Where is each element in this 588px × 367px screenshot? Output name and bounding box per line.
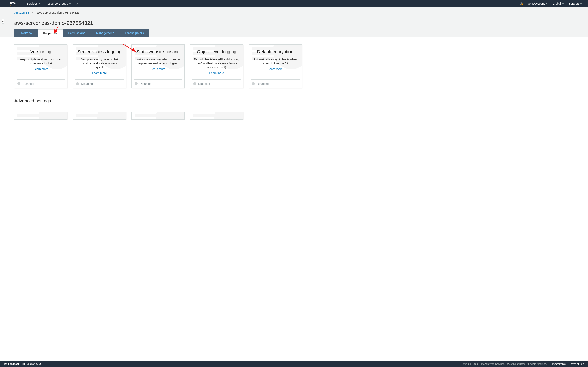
tile-title: Object-level logging xyxy=(194,49,239,54)
section-divider xyxy=(14,105,574,105)
learn-more-link[interactable]: Learn more xyxy=(92,71,107,75)
tile-description: Automatically encrypt objects when store… xyxy=(252,57,298,65)
notification-dot-icon xyxy=(521,3,523,5)
side-panel-expand[interactable]: ▶ xyxy=(2,19,4,24)
top-nav: aws Services Resource Groups demoaccount… xyxy=(0,0,588,7)
tile-object-level-logging[interactable]: Object-level logging Record object-level… xyxy=(190,44,243,88)
status-text: Disabled xyxy=(22,82,34,85)
tile-title: Versioning xyxy=(18,49,63,54)
tile-description: Set up access log records that provide d… xyxy=(77,57,122,69)
resource-groups-menu[interactable]: Resource Groups xyxy=(43,0,73,7)
aws-smile-icon xyxy=(10,5,18,7)
status-indicator-icon xyxy=(135,82,138,85)
tab-properties[interactable]: Properties xyxy=(38,29,63,37)
chevron-down-icon xyxy=(546,3,548,4)
tile-versioning[interactable]: Versioning Keep multiple versions of an … xyxy=(14,44,67,88)
feedback-button[interactable]: Feedback xyxy=(4,363,19,365)
language-selector[interactable]: English (US) xyxy=(22,363,41,365)
status-text: Disabled xyxy=(198,82,210,85)
advanced-tiles xyxy=(14,111,574,120)
account-label: demoaccount xyxy=(527,2,545,5)
status-indicator-icon xyxy=(252,82,255,85)
privacy-policy-link[interactable]: Privacy Policy xyxy=(551,363,566,365)
tile-server-access-logging[interactable]: Server access logging Set up access log … xyxy=(73,44,126,88)
terms-of-use-link[interactable]: Terms of Use xyxy=(570,363,584,365)
status-indicator-icon xyxy=(76,82,79,85)
chevron-down-icon xyxy=(562,3,564,4)
learn-more-link[interactable]: Learn more xyxy=(34,67,48,71)
aws-logo[interactable]: aws xyxy=(10,1,18,7)
support-label: Support xyxy=(569,2,579,5)
page-header: Amazon S3 〉 aws-serverless-demo-98765432… xyxy=(0,7,588,37)
services-menu[interactable]: Services xyxy=(24,0,43,7)
tab-access-points[interactable]: Access points xyxy=(119,29,149,37)
learn-more-link[interactable]: Learn more xyxy=(151,67,165,71)
chevron-right-icon: 〉 xyxy=(32,11,34,14)
status-indicator-icon xyxy=(193,82,196,85)
chat-bubble-icon xyxy=(4,363,7,365)
breadcrumb: Amazon S3 〉 aws-serverless-demo-98765432… xyxy=(14,11,588,14)
tile-description: Host a static website, which does not re… xyxy=(135,57,181,65)
advanced-settings-title: Advanced settings xyxy=(14,98,574,104)
aws-logo-text: aws xyxy=(10,1,17,5)
chevron-down-icon xyxy=(580,3,582,4)
account-menu[interactable]: demoaccount xyxy=(525,0,550,7)
property-tiles: Versioning Keep multiple versions of an … xyxy=(14,44,574,88)
learn-more-link[interactable]: Learn more xyxy=(268,67,283,71)
support-menu[interactable]: Support xyxy=(566,0,584,7)
breadcrumb-current: aws-serverless-demo-987654321 xyxy=(37,11,79,14)
tile-static-website-hosting[interactable]: Static website hosting Host a static web… xyxy=(131,44,185,88)
tile-advanced-1[interactable] xyxy=(14,111,67,120)
resource-groups-label: Resource Groups xyxy=(45,2,68,5)
chevron-right-icon: ▶ xyxy=(2,20,4,23)
learn-more-link[interactable]: Learn more xyxy=(209,71,224,75)
breadcrumb-root-link[interactable]: Amazon S3 xyxy=(14,11,29,14)
services-label: Services xyxy=(26,2,38,5)
notifications-button[interactable] xyxy=(517,2,525,5)
properties-content: Versioning Keep multiple versions of an … xyxy=(0,37,588,142)
tile-title: Server access logging xyxy=(77,49,122,54)
region-label: Global xyxy=(553,2,561,5)
globe-icon xyxy=(22,363,25,365)
status-text: Disabled xyxy=(257,82,269,85)
tab-bar: Overview Properties Permissions Manageme… xyxy=(14,29,588,37)
chevron-down-icon xyxy=(69,3,71,4)
tile-advanced-4[interactable] xyxy=(190,111,243,120)
tile-default-encryption[interactable]: Default encryption Automatically encrypt… xyxy=(249,44,302,88)
region-menu[interactable]: Global xyxy=(550,0,566,7)
tab-permissions[interactable]: Permissions xyxy=(63,29,91,37)
pin-shortcut-button[interactable] xyxy=(73,2,80,5)
tab-overview[interactable]: Overview xyxy=(14,29,38,37)
tile-description: Record object-level API activity using t… xyxy=(194,57,239,69)
pin-icon xyxy=(75,2,78,5)
chevron-down-icon xyxy=(39,3,41,4)
status-indicator-icon xyxy=(17,82,20,85)
bottom-bar: Feedback English (US) © 2008 - 2020, Ama… xyxy=(0,361,588,367)
feedback-label: Feedback xyxy=(8,363,19,365)
tile-advanced-3[interactable] xyxy=(131,111,185,120)
tab-management[interactable]: Management xyxy=(91,29,119,37)
language-label: English (US) xyxy=(26,363,41,365)
tile-advanced-2[interactable] xyxy=(73,111,126,120)
tile-description: Keep multiple versions of an object in t… xyxy=(18,57,63,65)
tile-title: Default encryption xyxy=(252,49,298,54)
page-title: aws-serverless-demo-987654321 xyxy=(14,20,588,26)
status-text: Disabled xyxy=(81,82,93,85)
legal-text: © 2008 - 2020, Amazon Web Services, Inc.… xyxy=(463,363,547,365)
status-text: Disabled xyxy=(140,82,151,85)
tile-title: Static website hosting xyxy=(135,49,181,54)
